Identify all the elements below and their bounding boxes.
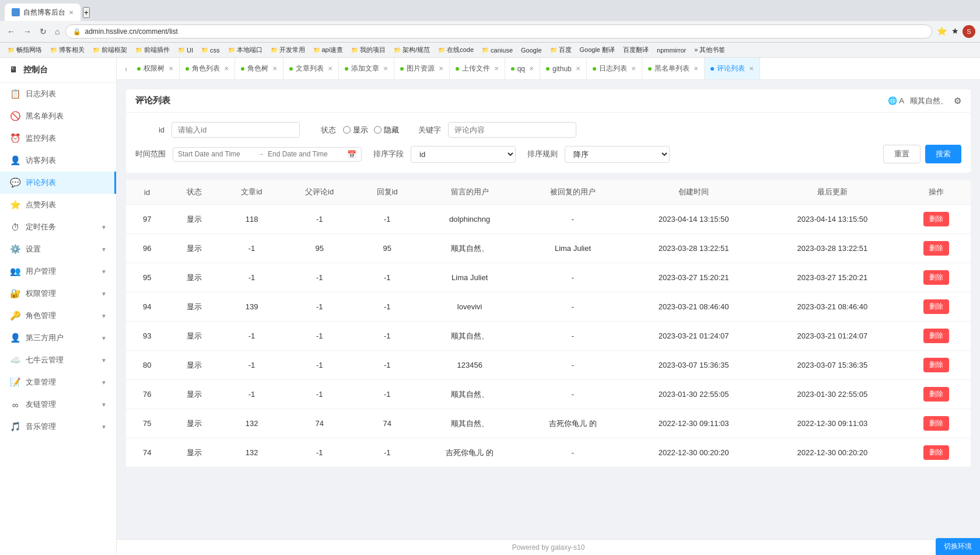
tab-close-github[interactable]: ✕ bbox=[576, 65, 580, 72]
bookmark-本地端口[interactable]: 📁本地端口 bbox=[225, 44, 265, 55]
tab-close-权限树[interactable]: ✕ bbox=[169, 65, 173, 72]
tab-close-评论列表[interactable]: ✕ bbox=[749, 65, 754, 72]
sidebar-item-用户管理[interactable]: 👥 用户管理 ▼ bbox=[0, 260, 116, 282]
settings-icon[interactable]: ⚙ bbox=[954, 96, 961, 106]
tab-黑名单列表[interactable]: 黑名单列表 ✕ bbox=[642, 58, 705, 80]
bookmark-UI[interactable]: 📁UI bbox=[175, 46, 196, 55]
tab-close-黑名单列表[interactable]: ✕ bbox=[694, 65, 698, 72]
sidebar-item-权限管理[interactable]: 🔐 权限管理 ▼ bbox=[0, 282, 116, 305]
sidebar-item-日志列表[interactable]: 📋 日志列表 bbox=[0, 83, 116, 105]
delete-btn[interactable]: 删除 bbox=[923, 212, 949, 226]
col-action: 操作 bbox=[902, 180, 971, 205]
sidebar-item-角色管理[interactable]: 🔑 角色管理 ▼ bbox=[0, 305, 116, 327]
sidebar-item-第三方用户[interactable]: 👤 第三方用户 ▼ bbox=[0, 327, 116, 349]
bookmark-caniuse[interactable]: 📁caniuse bbox=[479, 46, 516, 55]
delete-btn[interactable]: 删除 bbox=[923, 358, 949, 372]
sidebar-item-监控列表[interactable]: ⏰ 监控列表 bbox=[0, 127, 116, 149]
bookmark-npmmirror[interactable]: npmmirror bbox=[654, 46, 689, 55]
keyword-filter-input[interactable] bbox=[448, 122, 576, 138]
bookmark-开发常用[interactable]: 📁开发常用 bbox=[268, 44, 308, 55]
bookmark-百度翻译[interactable]: 百度翻译 bbox=[620, 44, 652, 55]
tab-上传文件[interactable]: 上传文件 ✕ bbox=[450, 58, 505, 80]
calendar-icon[interactable]: 📅 bbox=[347, 150, 356, 159]
tab-角色列表[interactable]: 角色列表 ✕ bbox=[180, 58, 235, 80]
tab-prev-btn[interactable]: ‹ bbox=[121, 64, 131, 74]
sidebar-item-七牛云管理[interactable]: ☁️ 七牛云管理 ▼ bbox=[0, 349, 116, 371]
bookmark-百度[interactable]: 📁百度 bbox=[547, 44, 575, 55]
filter-row-1: id 状态 显示 隐藏 关键字 bbox=[135, 122, 961, 138]
sidebar-item-访客列表[interactable]: 👤 访客列表 bbox=[0, 149, 116, 172]
lang-switch-btn[interactable]: 🌐 A bbox=[888, 96, 904, 105]
tab-添加文章[interactable]: 添加文章 ✕ bbox=[339, 58, 394, 80]
start-date-input[interactable] bbox=[178, 150, 254, 158]
bookmark-畅指网络[interactable]: 📁畅指网络 bbox=[5, 44, 45, 55]
user-name[interactable]: 顺其自然、 bbox=[910, 96, 948, 106]
bookmark-Google[interactable]: Google bbox=[518, 46, 544, 55]
tab-角色树[interactable]: 角色树 ✕ bbox=[235, 58, 284, 80]
tab-close-日志列表[interactable]: ✕ bbox=[631, 65, 636, 72]
reload-btn[interactable]: ↻ bbox=[37, 26, 49, 37]
tab-close-添加文章[interactable]: ✕ bbox=[383, 65, 388, 72]
bookmark-我的项目[interactable]: 📁我的项目 bbox=[348, 44, 388, 55]
active-browser-tab[interactable]: 自然博客后台 ✕ bbox=[5, 4, 80, 21]
tab-github[interactable]: github ✕ bbox=[540, 58, 587, 80]
end-date-input[interactable] bbox=[268, 150, 344, 158]
profile-icon[interactable]: S bbox=[963, 25, 975, 38]
reset-btn[interactable]: 重置 bbox=[883, 145, 921, 163]
sidebar-item-评论列表[interactable]: 💬 评论列表 bbox=[0, 172, 116, 194]
sidebar-item-友链管理[interactable]: ∞ 友链管理 ▼ bbox=[0, 393, 116, 416]
back-btn[interactable]: ← bbox=[5, 26, 18, 37]
status-hide-radio[interactable]: 隐藏 bbox=[374, 125, 399, 135]
tab-close-角色列表[interactable]: ✕ bbox=[224, 65, 229, 72]
sidebar-item-点赞列表[interactable]: ⭐ 点赞列表 bbox=[0, 194, 116, 216]
cell-user: 吉死你龟儿 的 bbox=[418, 438, 522, 467]
sidebar-item-黑名单列表[interactable]: 🚫 黑名单列表 bbox=[0, 105, 116, 127]
tab-close-qq[interactable]: ✕ bbox=[529, 65, 534, 72]
delete-btn[interactable]: 删除 bbox=[923, 387, 949, 402]
delete-btn[interactable]: 删除 bbox=[923, 270, 949, 285]
sort-order-select[interactable]: 降序 bbox=[565, 146, 670, 163]
bookmark-架构规范[interactable]: 📁架构/规范 bbox=[391, 44, 433, 55]
delete-btn[interactable]: 删除 bbox=[923, 416, 949, 431]
delete-btn[interactable]: 删除 bbox=[923, 241, 949, 256]
bookmark-前端框架[interactable]: 📁前端框架 bbox=[90, 44, 130, 55]
extensions-icon[interactable]: ⭐ bbox=[936, 25, 948, 38]
sort-field-select[interactable]: id bbox=[411, 146, 516, 163]
cell-parent-id: 74 bbox=[283, 409, 356, 438]
bookmark-前端插件[interactable]: 📁前端插件 bbox=[132, 44, 173, 55]
sidebar-item-音乐管理[interactable]: 🎵 音乐管理 ▼ bbox=[0, 416, 116, 438]
tab-close-文章列表[interactable]: ✕ bbox=[328, 65, 332, 72]
tab-日志列表[interactable]: 日志列表 ✕ bbox=[587, 58, 642, 80]
bookmark-Google翻译[interactable]: Google 翻译 bbox=[577, 44, 618, 55]
forward-btn[interactable]: → bbox=[21, 26, 34, 37]
tab-close-角色树[interactable]: ✕ bbox=[272, 65, 277, 72]
bookmark-more[interactable]: » 其他书签 bbox=[691, 44, 728, 55]
tab-权限树[interactable]: 权限树 ✕ bbox=[131, 58, 180, 80]
tab-close-上传文件[interactable]: ✕ bbox=[494, 65, 499, 72]
bookmark-icon[interactable]: ★ bbox=[950, 25, 960, 38]
bookmark-在线code[interactable]: 📁在线code bbox=[435, 44, 477, 55]
sidebar-item-设置[interactable]: ⚙️ 设置 ▼ bbox=[0, 238, 116, 260]
sidebar-item-文章管理[interactable]: 📝 文章管理 ▼ bbox=[0, 371, 116, 393]
tab-close-btn[interactable]: ✕ bbox=[69, 9, 74, 16]
tab-图片资源[interactable]: 图片资源 ✕ bbox=[394, 58, 450, 80]
home-btn[interactable]: ⌂ bbox=[52, 26, 62, 37]
tab-qq[interactable]: qq ✕ bbox=[505, 58, 540, 80]
tab-评论列表[interactable]: 评论列表 ✕ bbox=[705, 58, 760, 80]
bookmark-博客相关[interactable]: 📁博客相关 bbox=[47, 44, 88, 55]
bookmark-api速查[interactable]: 📁api速查 bbox=[310, 44, 346, 55]
sidebar-item-定时任务[interactable]: ⏱ 定时任务 ▼ bbox=[0, 216, 116, 238]
tab-close-图片资源[interactable]: ✕ bbox=[439, 65, 443, 72]
search-btn[interactable]: 搜索 bbox=[925, 145, 961, 163]
bookmark-css[interactable]: 📁css bbox=[198, 46, 223, 55]
id-filter-input[interactable] bbox=[172, 122, 300, 138]
address-bar[interactable]: 🔒 admin.hsslive.cn/comment/list bbox=[65, 25, 932, 39]
new-tab-btn[interactable]: + bbox=[83, 7, 90, 18]
delete-btn[interactable]: 删除 bbox=[923, 299, 949, 314]
switch-env-btn[interactable]: 切换环境 bbox=[936, 538, 980, 555]
status-show-radio[interactable]: 显示 bbox=[343, 125, 368, 135]
delete-btn[interactable]: 删除 bbox=[923, 329, 949, 343]
tab-文章列表[interactable]: 文章列表 ✕ bbox=[284, 58, 339, 80]
delete-btn[interactable]: 删除 bbox=[923, 445, 949, 460]
date-range-picker[interactable]: → 📅 bbox=[173, 147, 362, 162]
